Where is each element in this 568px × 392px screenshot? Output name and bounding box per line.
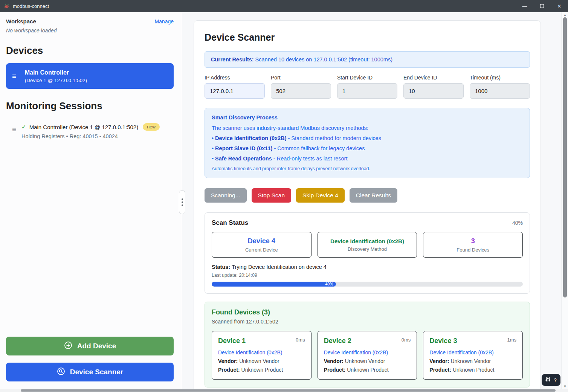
discovery-method-item: • Safe Read Operations - Read-only tests… — [212, 156, 523, 162]
device-name: Main Controller — [25, 69, 87, 76]
drag-handle-icon[interactable]: ≡ — [12, 125, 16, 139]
sidebar-resize-handle[interactable] — [179, 190, 185, 214]
discovery-method-item: • Device Identification (0x2B) - Standar… — [212, 135, 523, 141]
found-devices-subheading: Scanned from 127.0.0.1:502 — [212, 319, 523, 325]
device-method-link: Device Identification (0x2B) — [429, 349, 516, 355]
device-scanner-button[interactable]: Device Scanner — [6, 363, 174, 381]
response-time: 0ms — [296, 337, 305, 345]
clear-results-button[interactable]: Clear Results — [350, 188, 397, 203]
check-icon: ✓ — [21, 124, 26, 130]
device-method-link: Device Identification (0x2B) — [218, 349, 305, 355]
scanning-button[interactable]: Scanning... — [205, 188, 247, 203]
found-devices-heading: Found Devices (3) — [212, 308, 523, 316]
scan-settings-form: IP Address Port Start Device ID End Devi… — [205, 75, 530, 99]
workspace-label: Workspace — [6, 18, 36, 24]
scroll-down-icon[interactable]: ▼ — [562, 384, 568, 388]
discovery-footnote: Automatic timeouts and proper inter-fram… — [212, 166, 523, 171]
drag-handle-icon[interactable]: ≡ — [12, 72, 17, 81]
workspace-empty-text: No workspace loaded — [6, 27, 174, 34]
discovery-title: Smart Discovery Process — [212, 114, 523, 120]
discovery-intro: The scanner uses industry-standard Modbu… — [212, 125, 523, 131]
stat-discovery-method: Device Identification (0x2B) Discovery M… — [318, 232, 417, 258]
sessions-heading: Monitoring Sessions — [6, 100, 174, 112]
sliders-icon[interactable] — [545, 377, 550, 383]
end-device-id-field[interactable] — [403, 83, 464, 99]
device-list-item-main-controller[interactable]: ≡ Main Controller (Device 1 @ 127.0.0.1:… — [6, 63, 174, 89]
scan-progress-fill: 40% — [212, 282, 336, 287]
found-device-card-3: Device 3 1ms Device Identification (0x2B… — [423, 331, 523, 380]
titlebar: modbus-connect — ✕ — [0, 0, 568, 12]
timeout-label: Timeout (ms) — [470, 75, 530, 81]
session-title: Main Controller (Device 1 @ 127.0.0.1:50… — [29, 124, 139, 130]
scan-status-card: Scan Status 40% Device 4 Current Device … — [205, 212, 530, 294]
start-device-id-field[interactable] — [337, 83, 397, 99]
current-results-banner: Current Results:Scanned 10 devices on 12… — [205, 51, 530, 68]
new-badge: new — [143, 123, 160, 131]
search-circle-icon — [56, 367, 66, 378]
app-title: modbus-connect — [13, 3, 49, 9]
port-field[interactable] — [271, 83, 331, 99]
workspace-manage-link[interactable]: Manage — [154, 18, 174, 24]
device-subtitle: (Device 1 @ 127.0.0.1:502) — [25, 78, 87, 83]
close-icon[interactable]: ✕ — [551, 0, 568, 12]
page-title: Device Scanner — [205, 32, 530, 43]
scan-status-line: Status:Trying Device Identification on d… — [212, 264, 523, 270]
scan-progress-bar: 40% — [212, 282, 523, 287]
ip-address-field[interactable] — [205, 83, 265, 99]
skip-device-button[interactable]: Skip Device 4 — [296, 188, 345, 203]
vertical-scrollbar[interactable]: ▲ ▼ — [561, 12, 568, 392]
found-device-card-1: Device 1 0ms Device Identification (0x2B… — [212, 331, 311, 380]
help-icon[interactable]: ? — [554, 377, 556, 383]
horizontal-scroll-thumb[interactable] — [21, 389, 556, 392]
add-device-button[interactable]: Add Device — [6, 337, 174, 355]
timeout-field[interactable] — [470, 83, 530, 99]
found-device-card-2: Device 2 0ms Device Identification (0x2B… — [318, 331, 417, 380]
response-time: 1ms — [507, 337, 516, 345]
sidebar: Workspace Manage No workspace loaded Dev… — [0, 12, 182, 389]
device-scanner-panel: Device Scanner Current Results:Scanned 1… — [194, 20, 541, 389]
horizontal-scrollbar[interactable] — [0, 389, 568, 392]
minimize-icon[interactable]: — — [516, 0, 533, 12]
session-subtitle: Holding Registers • Reg: 40015 - 40024 — [21, 133, 160, 139]
quick-tools-pill: ? — [542, 374, 560, 386]
vertical-scroll-thumb[interactable] — [563, 17, 567, 297]
ip-address-label: IP Address — [205, 75, 265, 81]
current-results-text: Scanned 10 devices on 127.0.0.1:502 (tim… — [255, 56, 392, 63]
maximize-icon[interactable] — [533, 0, 551, 12]
scroll-up-icon[interactable]: ▲ — [562, 13, 568, 17]
smart-discovery-info-box: Smart Discovery Process The scanner uses… — [205, 108, 530, 178]
stat-found-devices: 3 Found Devices — [423, 232, 523, 258]
session-list-item[interactable]: ≡ ✓ Main Controller (Device 1 @ 127.0.0.… — [6, 123, 174, 139]
devices-heading: Devices — [6, 45, 174, 56]
current-results-label: Current Results: — [211, 56, 254, 63]
plus-circle-icon — [64, 341, 73, 352]
crab-app-icon — [4, 4, 10, 9]
end-device-id-label: End Device ID — [403, 75, 464, 81]
port-label: Port — [271, 75, 331, 81]
device-method-link: Device Identification (0x2B) — [324, 349, 411, 355]
scan-status-heading: Scan Status — [212, 219, 248, 227]
stat-current-device: Device 4 Current Device — [212, 232, 311, 258]
found-devices-section: Found Devices (3) Scanned from 127.0.0.1… — [205, 302, 530, 387]
discovery-method-item: • Report Slave ID (0x11) - Common fallba… — [212, 145, 523, 151]
scan-percent: 40% — [512, 220, 523, 226]
start-device-id-label: Start Device ID — [337, 75, 397, 81]
last-update-text: Last update: 20:14:09 — [212, 273, 523, 278]
main-area: Device Scanner Current Results:Scanned 1… — [182, 12, 568, 389]
stop-scan-button[interactable]: Stop Scan — [252, 188, 292, 203]
response-time: 0ms — [402, 337, 411, 345]
